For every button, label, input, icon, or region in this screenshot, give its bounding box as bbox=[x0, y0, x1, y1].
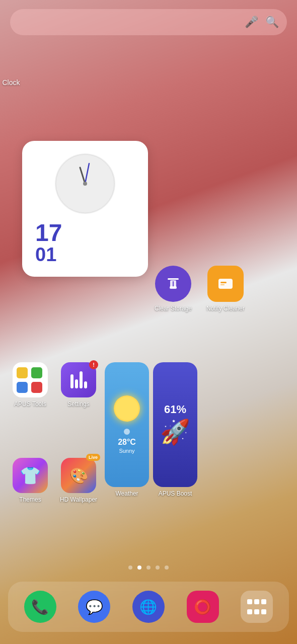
settings-badge: ! bbox=[89, 360, 98, 369]
weather-condition: Sunny bbox=[119, 448, 134, 454]
rocket-icon: 🚀 bbox=[160, 418, 190, 446]
page-dot-3[interactable] bbox=[146, 566, 151, 570]
hd-wallpaper-app[interactable]: 🎨 Live HD Wallpaper bbox=[56, 458, 101, 503]
notify-cleaner-icon bbox=[207, 266, 244, 302]
notify-cleaner-label: Notify Cleaner bbox=[206, 305, 245, 312]
search-bar[interactable]: 🎤 🔍 bbox=[10, 9, 287, 35]
live-badge: Live bbox=[86, 454, 100, 461]
svg-rect-8 bbox=[218, 279, 233, 289]
clock-minute: 01 bbox=[35, 245, 62, 264]
clock-label: Clock bbox=[2, 78, 20, 87]
mic-icon[interactable]: 🎤 bbox=[245, 16, 258, 29]
apus-boost-label: APUS Boost bbox=[159, 490, 192, 497]
clear-storage-icon bbox=[155, 266, 191, 302]
settings-eq-bars bbox=[70, 371, 87, 388]
apus-boost-app[interactable]: 61% 🚀 APUS Boost bbox=[153, 362, 197, 497]
dock: 📞 💬 🌐 ⭕ bbox=[8, 582, 289, 632]
background bbox=[0, 0, 297, 644]
svg-rect-10 bbox=[220, 284, 225, 285]
weather-widget: 28°C Sunny bbox=[105, 362, 149, 487]
dock-messages-icon[interactable]: 💬 bbox=[78, 591, 110, 623]
settings-icon: ! bbox=[61, 362, 96, 397]
page-dot-4[interactable] bbox=[156, 566, 160, 570]
search-icon[interactable]: 🔍 bbox=[265, 16, 279, 29]
apus-tools-icon bbox=[13, 362, 48, 397]
page-dot-2[interactable] bbox=[137, 566, 141, 570]
page-dot-5[interactable] bbox=[165, 566, 169, 570]
themes-label: Themes bbox=[19, 496, 41, 503]
weather-label: Weather bbox=[115, 490, 138, 497]
boost-widget: 61% 🚀 bbox=[153, 362, 197, 487]
clock-face bbox=[55, 153, 115, 214]
boost-percent: 61% bbox=[164, 403, 186, 416]
themes-app[interactable]: 👕 Themes bbox=[8, 458, 52, 503]
dock-app-drawer-icon[interactable] bbox=[241, 591, 273, 623]
svg-rect-9 bbox=[220, 282, 227, 283]
page-dot-1[interactable] bbox=[128, 566, 132, 570]
weather-dot bbox=[124, 429, 130, 435]
apps-middle-row: Clear Storage Notify Cleaner bbox=[151, 266, 248, 312]
hd-wallpaper-label: HD Wallpaper bbox=[60, 496, 97, 503]
dock-phone-icon[interactable]: 📞 bbox=[24, 591, 56, 623]
notify-cleaner-app[interactable]: Notify Cleaner bbox=[203, 266, 248, 312]
clock-hour: 17 bbox=[35, 221, 62, 245]
settings-label: Settings bbox=[67, 400, 89, 408]
clear-storage-app[interactable]: Clear Storage bbox=[151, 266, 195, 312]
dock-screen-recorder-icon[interactable]: ⭕ bbox=[187, 591, 219, 623]
apus-tools-label: APUS Tools bbox=[14, 400, 46, 408]
weather-temp: 28°C bbox=[118, 438, 136, 447]
svg-rect-7 bbox=[170, 286, 177, 289]
page-indicators bbox=[128, 566, 169, 570]
clock-numbers: 17 01 bbox=[30, 221, 62, 264]
apps-row-2: 👕 Themes 🎨 Live HD Wallpaper bbox=[8, 458, 101, 503]
clear-storage-label: Clear Storage bbox=[155, 305, 192, 312]
dock-browser-icon[interactable]: 🌐 bbox=[132, 591, 165, 623]
weather-sun-icon bbox=[114, 395, 140, 422]
svg-rect-4 bbox=[168, 278, 179, 280]
svg-point-3 bbox=[83, 182, 87, 186]
themes-icon: 👕 bbox=[13, 458, 48, 493]
hd-wallpaper-icon: 🎨 Live bbox=[61, 458, 96, 493]
weather-app[interactable]: 28°C Sunny Weather bbox=[105, 362, 149, 497]
